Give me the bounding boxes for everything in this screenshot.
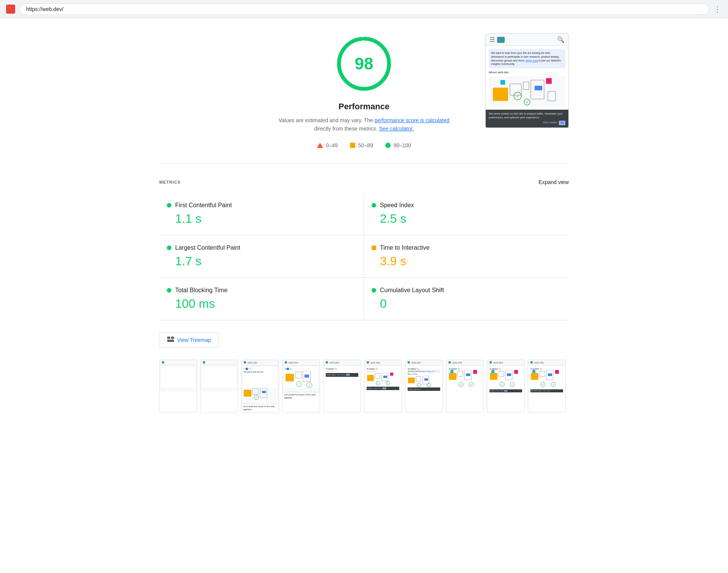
metric-fcp-indicator (167, 203, 171, 208)
screenshot-header: ☰ 🔍 (486, 34, 568, 46)
footer-text: We serve cookies on this site to analyze… (489, 112, 563, 119)
filmstrip-frame-1-body (160, 365, 197, 392)
svg-text:✓: ✓ (255, 396, 257, 399)
filmstrip-frame-3-header: web.dev (242, 360, 279, 365)
filmstrip-frame-3-body: ☰ 🟦 🔍 We want to hear from you... ✓ (242, 365, 279, 404)
metric-si-indicator (372, 203, 376, 208)
filmstrip-frame-1 (159, 360, 197, 413)
metric-fcp-value: 1.1 s (167, 212, 356, 226)
metric-tti: Time to Interactive 3.9 s (364, 235, 569, 278)
calculator-link[interactable]: See calculator. (379, 126, 414, 132)
ok-button[interactable]: Ok (559, 121, 565, 125)
svg-rect-32 (375, 373, 380, 378)
svg-rect-51 (466, 373, 470, 376)
filmstrip-logo-8 (449, 361, 451, 364)
legend-green: 90–100 (385, 142, 411, 148)
orange-square-icon (350, 143, 355, 148)
metric-cls-indicator (372, 288, 376, 293)
svg-rect-14 (167, 337, 170, 339)
filmstrip-frame-5-body: ☰ webdev 🔍 Banner text... Cookie notice.… (323, 365, 361, 392)
svg-rect-17 (244, 390, 251, 397)
svg-rect-77 (532, 370, 535, 373)
filmstrip-frame-10-body: ☰ webdev 🔍 ✓ ✓ (528, 365, 565, 395)
metric-tti-label: Time to Interactive (380, 244, 430, 251)
filmstrip-time-9: web.dev (493, 361, 503, 364)
browser-menu-button[interactable]: ⋮ (714, 5, 722, 14)
svg-text:✓: ✓ (542, 383, 544, 386)
filmstrip-frame-2 (200, 360, 238, 413)
svg-rect-67 (491, 370, 494, 373)
hamburger-icon: ☰ (490, 36, 495, 43)
svg-text:✓: ✓ (526, 99, 529, 105)
metric-lcp: Largest Contentful Paint 1.7 s (159, 235, 364, 278)
score-description: Values are estimated and may vary. The p… (273, 116, 455, 133)
browser-url-bar[interactable]: https://web.dev/ (20, 3, 709, 15)
legend-red: 0–49 (317, 142, 338, 148)
metric-tbt: Total Blocking Time 100 ms (159, 278, 364, 320)
filmstrip-frame-4-content: ☰ 🟦 🔍 ✓ ✓ (284, 367, 318, 388)
filmstrip-frame-6-content: ☰ webdev 🔍 About web.dev ✓ ✓ (366, 367, 400, 391)
svg-text:✓: ✓ (516, 93, 520, 99)
green-circle-icon (385, 143, 391, 148)
filmstrip-frame-7: web.dev ☰ webdev 🔍 We want to hear from … (405, 360, 443, 413)
filmstrip-time-10: web.dev (534, 361, 544, 364)
filmstrip-frame-3-time: web.dev (248, 361, 257, 364)
svg-marker-56 (473, 370, 477, 374)
filmstrip-frame-4-header: web.dev (282, 360, 320, 365)
view-treemap-button[interactable]: View Treemap (159, 332, 219, 348)
metric-cls-value: 0 (372, 297, 561, 311)
screenshot-about-label: About web.dev (489, 71, 565, 74)
svg-text:✓: ✓ (418, 384, 420, 387)
screenshot-banner: We want to hear from you! We are looking… (489, 49, 565, 68)
filmstrip-logo-9 (490, 361, 492, 364)
metric-fcp-name-row: First Contentful Paint (167, 202, 356, 209)
performance-score-link[interactable]: performance score is calculated (375, 117, 450, 123)
svg-rect-26 (304, 375, 309, 378)
filmstrip-time-5: web.dev (329, 361, 339, 364)
metric-cls-name-row: Cumulative Layout Shift (372, 287, 561, 294)
score-section: 98 Performance Values are estimated and … (159, 33, 569, 164)
metric-si-value: 2.5 s (372, 212, 561, 226)
svg-text:✓: ✓ (460, 383, 463, 386)
expand-view-button[interactable]: Expand view (539, 179, 569, 185)
treemap-section: View Treemap (159, 332, 569, 348)
filmstrip-frame-5-header: web.dev (323, 360, 361, 365)
svg-rect-2 (493, 88, 508, 101)
filmstrip-frame-9: web.dev ☰ webdev 🔍 ✓ ✓ (487, 360, 525, 413)
filmstrip-container: web.dev ☰ 🟦 🔍 We want to hear from you..… (159, 360, 569, 416)
metric-tbt-label: Total Blocking Time (175, 287, 228, 294)
filmstrip-frame-8-header: web.dev (446, 360, 483, 365)
svg-rect-71 (548, 373, 552, 376)
svg-text:✓: ✓ (470, 383, 473, 386)
filmstrip-frame-3: web.dev ☰ 🟦 🔍 We want to hear from you..… (241, 360, 279, 413)
svg-text:✓: ✓ (511, 383, 514, 386)
performance-title: Performance (339, 102, 390, 112)
svg-rect-68 (531, 373, 538, 380)
filmstrip-frame-5: web.dev ☰ webdev 🔍 Banner text... Cookie… (323, 360, 361, 413)
legend-red-range: 0–49 (326, 142, 338, 148)
filmstrip-frame-8-body: ☰ webdev 🔍 ✓ ✓ (446, 365, 483, 392)
svg-rect-18 (253, 389, 258, 394)
filmstrip-frame-8-content: ☰ webdev 🔍 ✓ ✓ (448, 367, 482, 390)
svg-text:✓: ✓ (298, 383, 301, 386)
score-circle: 98 (334, 33, 394, 94)
score-legend: 0–49 50–89 90–100 (317, 142, 411, 148)
more-details-link[interactable]: More details (543, 121, 557, 125)
score-desc-middle: directly from these metrics. (314, 126, 379, 132)
screenshot-content: We want to hear from you! We are looking… (486, 46, 568, 110)
svg-marker-66 (514, 370, 518, 374)
browser-favicon: 🔴 (6, 5, 15, 14)
metric-cls-label: Cumulative Layout Shift (380, 287, 444, 294)
svg-text:✓: ✓ (387, 382, 389, 385)
filmstrip-frame-3-content: ☰ 🟦 🔍 We want to hear from you... (243, 367, 277, 388)
filmstrip-logo-1 (162, 361, 164, 364)
metric-lcp-name-row: Largest Contentful Paint (167, 244, 356, 251)
filmstrip-frame-4-time: web.dev (289, 361, 298, 364)
browser-bar: 🔴 https://web.dev/ ⋮ (0, 0, 728, 18)
metric-tti-value: 3.9 s (372, 254, 561, 268)
svg-rect-15 (171, 337, 174, 339)
treemap-icon (167, 337, 174, 343)
metric-lcp-indicator (167, 246, 171, 250)
filmstrip-logo-5 (326, 361, 328, 364)
apply-now-link[interactable]: Apply now (526, 59, 538, 62)
